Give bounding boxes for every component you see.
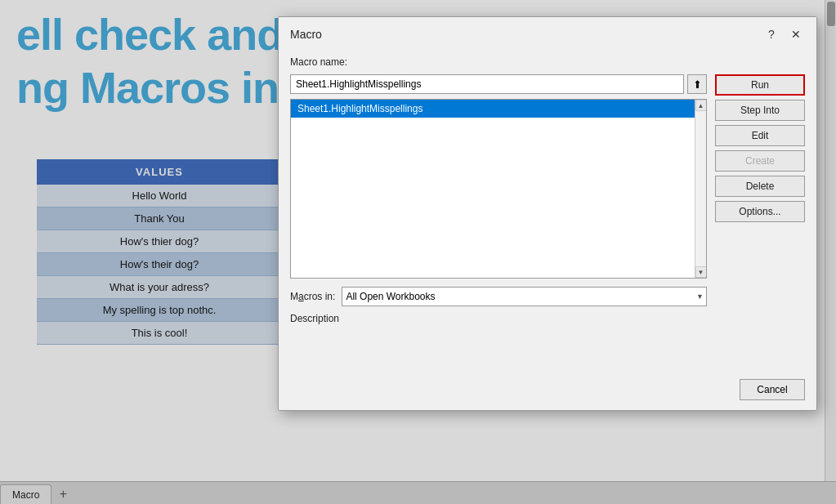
modal-title: Macro bbox=[290, 28, 322, 41]
modal-right-panel: Run Step Into Edit Create Delete Options… bbox=[715, 56, 805, 368]
macro-list-scrollbar[interactable]: ▲ ▼ bbox=[695, 100, 706, 278]
macros-in-select[interactable]: All Open Workbooks bbox=[342, 287, 707, 306]
macro-dialog: Macro ? ✕ Macro name: ⬆ Sheet1.Highlight… bbox=[278, 16, 817, 411]
macros-in-label-text: Macros in: bbox=[290, 291, 335, 302]
macros-in-row: Macros in: All Open Workbooks bbox=[290, 287, 707, 306]
run-button[interactable]: Run bbox=[715, 74, 805, 96]
list-scroll-track bbox=[695, 111, 706, 266]
list-scroll-down[interactable]: ▼ bbox=[695, 266, 707, 278]
delete-button[interactable]: Delete bbox=[715, 176, 805, 197]
cancel-button[interactable]: Cancel bbox=[740, 379, 805, 400]
macro-list-container: Sheet1.HighlightMisspellings ▲ ▼ bbox=[290, 99, 707, 279]
description-textarea[interactable] bbox=[290, 324, 707, 365]
macro-name-row: ⬆ bbox=[290, 74, 707, 94]
macro-name-input[interactable] bbox=[290, 74, 684, 94]
create-button[interactable]: Create bbox=[715, 150, 805, 172]
edit-button[interactable]: Edit bbox=[715, 125, 805, 146]
macro-upload-button[interactable]: ⬆ bbox=[687, 74, 707, 94]
modal-close-button[interactable]: ✕ bbox=[787, 25, 805, 43]
modal-titlebar-controls: ? ✕ bbox=[762, 25, 805, 43]
macro-name-label: Macro name: bbox=[290, 56, 707, 68]
macro-list-item[interactable]: Sheet1.HighlightMisspellings bbox=[291, 100, 695, 118]
macros-in-select-wrapper: All Open Workbooks bbox=[342, 287, 707, 306]
modal-left-panel: Macro name: ⬆ Sheet1.HighlightMisspellin… bbox=[290, 56, 707, 368]
step-into-button[interactable]: Step Into bbox=[715, 100, 805, 121]
list-scroll-up[interactable]: ▲ bbox=[695, 100, 707, 111]
options-button[interactable]: Options... bbox=[715, 201, 805, 222]
modal-body: Macro name: ⬆ Sheet1.HighlightMisspellin… bbox=[279, 48, 816, 379]
description-label: Description bbox=[290, 313, 707, 324]
macro-list[interactable]: Sheet1.HighlightMisspellings bbox=[291, 100, 695, 278]
modal-titlebar: Macro ? ✕ bbox=[279, 17, 816, 48]
macros-in-label: Macros in: bbox=[290, 291, 335, 302]
modal-footer: Cancel bbox=[279, 379, 816, 410]
modal-help-button[interactable]: ? bbox=[762, 25, 780, 43]
description-row: Description bbox=[290, 313, 707, 368]
